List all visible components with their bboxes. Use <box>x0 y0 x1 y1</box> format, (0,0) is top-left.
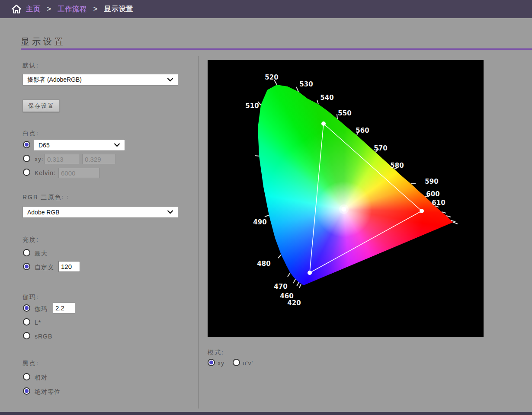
rgb-primaries-value: Adobe RGB <box>27 209 164 216</box>
svg-text:510: 510 <box>245 102 259 110</box>
svg-text:490: 490 <box>253 218 266 226</box>
mode-xy-label: xy <box>218 360 224 367</box>
gamma-label: 伽玛: <box>22 294 39 301</box>
radio-whitepoint-kelvin[interactable] <box>23 169 30 176</box>
rgb-primaries-label: RGB 三原色: : <box>22 194 69 201</box>
brightness-custom-input[interactable] <box>58 261 80 272</box>
radio-whitepoint-preset[interactable] <box>23 141 30 148</box>
top-breadcrumb-bar: 主页 > 工作流程 > 显示设置 <box>0 0 532 18</box>
gamma-value-label: 伽玛 <box>35 305 48 313</box>
radio-brightness-custom[interactable] <box>23 263 30 270</box>
svg-text:610: 610 <box>432 199 445 207</box>
whitepoint-y-input[interactable] <box>82 154 116 164</box>
gamma-lstar-label: L* <box>35 319 41 326</box>
radio-gamma-srgb[interactable] <box>23 332 30 339</box>
svg-text:530: 530 <box>299 80 313 88</box>
radio-brightness-max[interactable] <box>23 249 30 256</box>
whitepoint-kelvin-label: Kelvin: <box>35 169 56 176</box>
whitepoint-preset-value: D65 <box>38 142 111 149</box>
whitepoint-kelvin-input[interactable] <box>58 168 99 178</box>
radio-mode-uv[interactable] <box>233 359 240 366</box>
breadcrumb: 主页 > 工作流程 > 显示设置 <box>26 5 134 14</box>
svg-text:600: 600 <box>426 190 439 198</box>
radio-gamma-lstar[interactable] <box>23 318 30 326</box>
svg-text:550: 550 <box>338 109 351 117</box>
mode-label: 模式: <box>208 349 224 357</box>
panel-divider <box>198 56 199 409</box>
default-dropdown[interactable]: 摄影者 (AdobeRGB) <box>22 74 178 86</box>
blackpoint-absolute-label: 绝对零位 <box>35 388 61 396</box>
title-underline-rule <box>21 48 532 50</box>
whitepoint-x-input[interactable] <box>45 154 79 164</box>
gamma-srgb-label: sRGB <box>35 333 52 340</box>
whitepoint-xy-label: xy: <box>35 156 44 163</box>
rgb-primaries-dropdown[interactable]: Adobe RGB <box>22 206 178 218</box>
blackpoint-relative-label: 相对 <box>35 374 48 382</box>
svg-text:540: 540 <box>320 94 333 102</box>
default-label: 默认: <box>22 62 39 70</box>
radio-gamma-value[interactable] <box>23 304 30 312</box>
brightness-label: 亮度: <box>22 236 39 244</box>
whitepoint-label: 白点: <box>22 130 39 137</box>
svg-text:420: 420 <box>287 299 301 307</box>
brightness-max-label: 最大 <box>35 250 48 258</box>
blackpoint-label: 黑点: <box>22 360 39 367</box>
svg-text:560: 560 <box>356 127 369 134</box>
radio-whitepoint-xy[interactable] <box>23 155 30 162</box>
chevron-down-icon <box>114 143 120 147</box>
home-icon[interactable] <box>11 4 22 14</box>
mode-uv-label: u'v' <box>243 360 253 367</box>
breadcrumb-current-page: 显示设置 <box>104 5 134 13</box>
svg-text:580: 580 <box>390 162 404 169</box>
svg-text:590: 590 <box>425 178 438 185</box>
radio-blackpoint-absolute[interactable] <box>23 387 30 395</box>
whitepoint-preset-dropdown[interactable]: D65 <box>34 139 125 151</box>
chevron-down-icon <box>167 210 173 214</box>
breadcrumb-link-home[interactable]: 主页 <box>26 5 41 13</box>
bottom-bar <box>0 412 532 415</box>
brightness-custom-label: 自定义 <box>35 264 54 271</box>
chevron-down-icon <box>167 78 173 82</box>
breadcrumb-separator: > <box>93 5 98 13</box>
radio-blackpoint-relative[interactable] <box>23 373 30 380</box>
radio-mode-xy[interactable] <box>208 359 215 366</box>
chromaticity-diagram: 5205305405505605705805906006105104904804… <box>208 60 484 337</box>
svg-text:520: 520 <box>265 73 278 81</box>
svg-text:570: 570 <box>374 144 387 152</box>
breadcrumb-separator: > <box>47 5 51 13</box>
gamma-value-input[interactable] <box>53 303 75 313</box>
page-title: 显示设置 <box>21 36 66 48</box>
svg-text:470: 470 <box>274 283 287 290</box>
diagram-overlay-svg: 5205305405505605705805906006105104904804… <box>208 60 484 337</box>
breadcrumb-link-workflow[interactable]: 工作流程 <box>58 5 87 13</box>
save-settings-button[interactable]: 保存设置 <box>22 99 60 112</box>
svg-text:480: 480 <box>257 260 270 268</box>
default-dropdown-value: 摄影者 (AdobeRGB) <box>27 76 164 84</box>
